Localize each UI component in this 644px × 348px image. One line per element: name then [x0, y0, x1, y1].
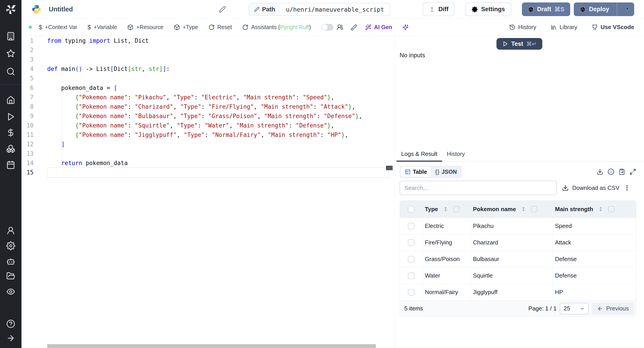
table-cell: Pikachu: [471, 218, 553, 234]
test-button[interactable]: Test ⌘↵: [496, 38, 542, 50]
download-csv-button[interactable]: Download as CSV: [562, 184, 620, 192]
reset-button[interactable]: Reset: [208, 24, 232, 30]
code-line[interactable]: 2: [22, 46, 395, 55]
horizontal-scrollbar[interactable]: [47, 344, 376, 348]
ai-gen-button[interactable]: AI Gen: [365, 24, 392, 30]
code-line[interactable]: 10 {"Pokemon name": "Squirtle", "Type": …: [22, 121, 395, 130]
code-line[interactable]: 11 {"Pokemon name": "Jigglypuff", "Type"…: [22, 130, 395, 140]
users-person-icon[interactable]: [6, 226, 15, 235]
download-icon[interactable]: [596, 168, 603, 175]
workspace-building-icon[interactable]: [6, 32, 15, 41]
column-header-main-strength[interactable]: Main strength: [553, 200, 636, 218]
history-button[interactable]: History: [509, 24, 536, 31]
code-line[interactable]: 12 ]: [22, 140, 395, 149]
assistants-button[interactable]: Assistants (Pyright Ruff): [242, 24, 311, 30]
settings-gear-icon[interactable]: [6, 241, 15, 250]
multiplayer-toggle[interactable]: [321, 24, 334, 31]
rotate-icon: [242, 24, 248, 30]
code-lines[interactable]: 1from typing import List, Dict234def mai…: [22, 36, 395, 177]
line-number: 1: [22, 37, 34, 44]
table-cell: Water: [422, 268, 471, 284]
code-line[interactable]: 8 {"Pokemon name": "Charizard", "Type": …: [22, 102, 395, 112]
workers-robot-icon[interactable]: [6, 257, 15, 266]
row-checkbox[interactable]: [408, 223, 414, 230]
package-icon: [174, 24, 180, 30]
table-row: ElectricPikachuSpeed: [400, 218, 636, 234]
row-checkbox[interactable]: [408, 256, 414, 262]
library-button[interactable]: Library: [550, 24, 577, 31]
multiplayer-users-icon[interactable]: [336, 24, 343, 31]
sort-icon[interactable]: [443, 206, 448, 212]
code-line[interactable]: 7 {"Pokemon name": "Pikachu", "Type": "E…: [22, 92, 395, 102]
view-table-button[interactable]: Table: [401, 166, 431, 177]
table-menu-kebab-icon[interactable]: [624, 184, 630, 191]
settings-button[interactable]: Settings: [465, 2, 511, 16]
expand-arrow-icon[interactable]: [6, 334, 15, 343]
code-line[interactable]: 14 return pokemon_data: [22, 158, 395, 168]
column-header-pokemon-name[interactable]: Pokemon name: [471, 200, 553, 218]
row-checkbox[interactable]: [408, 239, 414, 246]
line-number: 9: [22, 113, 34, 120]
use-vscode-button[interactable]: Use VScode: [592, 24, 634, 31]
deploy-dropdown-button[interactable]: [620, 6, 634, 12]
previous-page-button[interactable]: Previous: [592, 302, 634, 315]
deploy-button[interactable]: Deploy: [574, 2, 634, 16]
save-icon: [580, 6, 586, 12]
tab-history[interactable]: History: [442, 146, 470, 161]
expand-fullscreen-icon[interactable]: [630, 168, 636, 175]
home-icon[interactable]: [6, 96, 15, 105]
audit-eye-icon[interactable]: [6, 287, 15, 296]
row-checkbox[interactable]: [408, 289, 414, 296]
view-json-button[interactable]: {} JSON: [431, 166, 461, 177]
code-line[interactable]: 5: [22, 74, 395, 83]
script-path-field[interactable]: Path u/henri/maneuverable_script: [249, 3, 390, 16]
sort-icon[interactable]: [521, 206, 526, 212]
code-line[interactable]: 9 {"Pokemon name": "Bulbasaur", "Type": …: [22, 112, 395, 121]
schedules-calendar-icon[interactable]: [6, 160, 15, 169]
windmill-logo-icon[interactable]: [4, 3, 17, 16]
column-filter-icon[interactable]: [453, 206, 460, 212]
path-value[interactable]: u/henri/maneuverable_script: [280, 3, 390, 16]
add-variable-button[interactable]: $ +Variable: [88, 24, 117, 31]
tab-logs-result[interactable]: Logs & Result: [396, 146, 442, 161]
variables-dollar-icon[interactable]: [6, 128, 15, 137]
table-cell: Fire/Flying: [422, 234, 471, 251]
table-row: Grass/PoisonBulbasaurDefense: [400, 251, 636, 267]
code-line[interactable]: 6 pokemon_data = [: [22, 83, 395, 92]
select-all-checkbox[interactable]: [408, 206, 414, 212]
info-icon[interactable]: [608, 168, 614, 175]
code-line[interactable]: 1from typing import List, Dict: [22, 36, 395, 46]
folders-icon[interactable]: [6, 272, 15, 280]
code-editor[interactable]: 1from typing import List, Dict234def mai…: [22, 36, 395, 348]
add-type-button[interactable]: +Type: [174, 24, 198, 30]
chevron-down-icon: [624, 6, 630, 12]
code-line[interactable]: 3: [22, 55, 395, 64]
sparkles-icon[interactable]: [402, 24, 408, 30]
table-cell: Speed: [553, 218, 636, 234]
scrollbar-marker[interactable]: [386, 166, 393, 170]
runs-play-icon[interactable]: [6, 112, 15, 121]
search-icon[interactable]: [6, 67, 15, 76]
copy-clipboard-icon[interactable]: [618, 168, 625, 175]
help-question-icon[interactable]: [6, 319, 15, 328]
code-line[interactable]: 13: [22, 149, 395, 158]
diff-button[interactable]: Diff: [422, 2, 454, 16]
diff-icon: [429, 6, 435, 12]
sort-icon[interactable]: [598, 206, 603, 212]
add-context-var-button[interactable]: $ +Context Var: [39, 24, 77, 31]
code-line[interactable]: 15: [22, 168, 395, 177]
code-line[interactable]: 4def main() -> List[Dict[str, str]]:: [22, 64, 395, 74]
column-filter-icon[interactable]: [608, 206, 614, 212]
save-draft-button[interactable]: Draft ⌘S: [522, 2, 570, 16]
column-header-type[interactable]: Type: [422, 200, 471, 218]
column-filter-icon[interactable]: [531, 206, 537, 212]
resources-boxes-icon[interactable]: [6, 144, 15, 153]
favorites-star-icon[interactable]: [6, 49, 15, 58]
search-input[interactable]: [400, 181, 557, 195]
row-checkbox[interactable]: [408, 272, 414, 279]
add-resource-button[interactable]: +Resource: [127, 24, 164, 30]
items-count: 5 items: [404, 305, 423, 312]
format-brush-icon[interactable]: [350, 24, 357, 31]
edit-summary-pencil-icon[interactable]: [219, 6, 226, 13]
page-size-select[interactable]: 25: [560, 303, 589, 314]
